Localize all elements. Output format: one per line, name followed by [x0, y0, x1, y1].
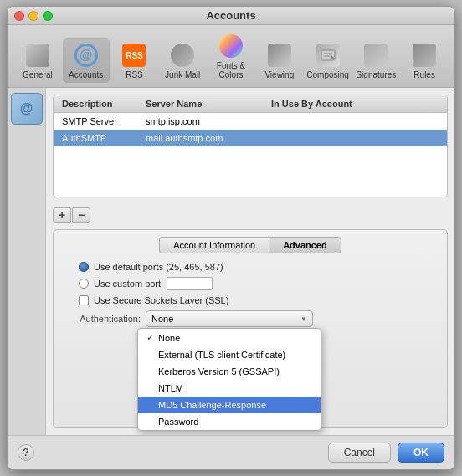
col-header-inuse: In Use By Account: [268, 97, 442, 110]
toolbar-item-rss[interactable]: RSS RSS: [111, 38, 158, 83]
dropdown-item-label: Kerberos Version 5 (GSSAPI): [158, 366, 280, 376]
dropdown-item-label: MD5 Challenge-Response: [158, 400, 266, 410]
toolbar-label-fontscolors: Fonts & Colors: [209, 61, 253, 79]
dropdown-item-label: None: [158, 333, 180, 343]
dropdown-item-md5[interactable]: MD5 Challenge-Response: [138, 397, 321, 413]
dropdown-item-password[interactable]: Password: [138, 413, 321, 430]
signatures-icon: [362, 42, 389, 69]
remove-smtp-button[interactable]: −: [72, 207, 90, 223]
minimize-button[interactable]: [28, 11, 38, 21]
main-panel: Description Server Name In Use By Accoun…: [46, 88, 454, 435]
option-default-ports: Use default ports (25, 465, 587): [62, 262, 439, 272]
dropdown-item-label: NTLM: [158, 383, 183, 393]
radio-default-ports[interactable]: [79, 262, 89, 272]
table-controls: + −: [53, 207, 448, 223]
authentication-dropdown: None ▼ ✓ None External (TLS client Certi…: [146, 310, 313, 327]
table-row[interactable]: AuthSMTP mail.authsmtp.com: [54, 130, 447, 146]
dropdown-item-label: External (TLS client Certificate): [158, 350, 285, 360]
title-bar: Accounts: [8, 7, 454, 25]
maximize-button[interactable]: [43, 11, 53, 21]
tab-advanced[interactable]: Advanced: [269, 237, 341, 253]
toolbar-item-fontscolors[interactable]: Fonts & Colors: [208, 29, 254, 83]
table-row[interactable]: SMTP Server smtp.isp.com: [54, 113, 447, 130]
tabs-row: Account Information Advanced: [62, 237, 439, 253]
dropdown-item-none[interactable]: ✓ None: [138, 329, 321, 346]
composing-icon: [315, 42, 341, 69]
authentication-label: Authentication:: [62, 310, 146, 327]
chevron-down-icon: ▼: [300, 315, 307, 323]
cell-description-1: AuthSMTP: [59, 131, 142, 145]
traffic-lights: [14, 11, 53, 21]
toolbar-item-accounts[interactable]: @ Accounts: [63, 38, 110, 83]
toolbar-label-composing: Composing: [306, 70, 349, 79]
toolbar-label-junkmail: Junk Mail: [165, 70, 200, 79]
dropdown-item-external[interactable]: External (TLS client Certificate): [138, 346, 321, 363]
table-spacer: [54, 146, 447, 197]
sidebar-item-active[interactable]: @: [11, 93, 43, 125]
close-button[interactable]: [14, 11, 24, 21]
help-button[interactable]: ?: [18, 444, 34, 461]
dropdown-menu: ✓ None External (TLS client Certificate)…: [137, 328, 321, 431]
dropdown-item-ntlm[interactable]: NTLM: [138, 380, 321, 397]
col-header-server: Server Name: [142, 97, 268, 110]
window-footer: ? Cancel OK: [8, 435, 454, 469]
ok-button[interactable]: OK: [398, 443, 444, 463]
smtp-table: Description Server Name In Use By Accoun…: [53, 95, 448, 197]
toolbar-item-composing[interactable]: Composing: [305, 38, 352, 83]
cell-server-0: smtp.isp.com: [142, 115, 268, 128]
toolbar-item-signatures[interactable]: Signatures: [352, 38, 399, 83]
toolbar-label-rules: Rules: [413, 70, 435, 79]
dropdown-item-label: Password: [158, 417, 198, 427]
toolbar-item-rules[interactable]: Rules: [401, 38, 448, 83]
toolbar-label-rss: RSS: [126, 70, 143, 79]
toolbar-item-general[interactable]: General: [14, 38, 61, 83]
main-window: Accounts General @ Accounts RSS RSS Junk: [7, 6, 455, 470]
toolbar-label-general: General: [23, 70, 53, 79]
footer-buttons: Cancel OK: [328, 443, 444, 463]
toolbar-label-signatures: Signatures: [356, 70, 396, 79]
option-custom-port: Use custom port:: [62, 277, 439, 290]
ssl-label: Use Secure Sockets Layer (SSL): [94, 295, 228, 305]
toolbar: General @ Accounts RSS RSS Junk Mail Fon…: [8, 25, 454, 88]
custom-port-input[interactable]: [167, 277, 213, 290]
toolbar-item-viewing[interactable]: Viewing: [256, 38, 303, 83]
window-title: Accounts: [206, 9, 255, 22]
option-ssl: Use Secure Sockets Layer (SSL): [62, 295, 439, 305]
table-body: SMTP Server smtp.isp.com AuthSMTP mail.a…: [54, 113, 447, 197]
content-area: @ Description Server Name In Use By Acco…: [8, 88, 454, 435]
cell-description-0: SMTP Server: [59, 115, 142, 128]
cell-inuse-0: [268, 115, 442, 128]
dropdown-trigger[interactable]: None ▼: [146, 310, 313, 327]
check-icon: ✓: [146, 332, 158, 343]
default-ports-label: Use default ports (25, 465, 587): [94, 262, 223, 272]
fonts-icon: [218, 33, 244, 59]
toolbar-label-accounts: Accounts: [69, 70, 103, 79]
col-header-description: Description: [59, 97, 142, 110]
dropdown-item-kerberos[interactable]: Kerberos Version 5 (GSSAPI): [138, 363, 321, 380]
detail-panel: Account Information Advanced Use default…: [53, 229, 448, 428]
junkmail-icon: [169, 42, 196, 69]
cell-server-1: mail.authsmtp.com: [142, 131, 268, 145]
custom-port-label: Use custom port:: [94, 279, 163, 289]
dropdown-selected-value: None: [151, 314, 173, 324]
sidebar: @: [8, 88, 46, 435]
toolbar-item-junkmail[interactable]: Junk Mail: [159, 38, 206, 83]
authentication-row: Authentication: None ▼ ✓ None: [62, 310, 439, 327]
cell-inuse-1: [268, 131, 442, 145]
general-icon: [24, 42, 51, 69]
tab-account-information[interactable]: Account Information: [159, 237, 269, 253]
ssl-checkbox[interactable]: [79, 295, 89, 305]
radio-custom-port[interactable]: [79, 279, 89, 289]
toolbar-label-viewing: Viewing: [264, 70, 294, 79]
rss-icon: RSS: [121, 42, 147, 69]
table-header: Description Server Name In Use By Accoun…: [54, 95, 447, 113]
sidebar-at-icon: @: [20, 101, 33, 116]
add-smtp-button[interactable]: +: [53, 207, 71, 223]
viewing-icon: [266, 42, 293, 69]
accounts-icon: @: [73, 42, 100, 69]
rules-icon: [411, 42, 438, 69]
cancel-button[interactable]: Cancel: [328, 443, 391, 463]
svg-rect-0: [321, 50, 335, 60]
